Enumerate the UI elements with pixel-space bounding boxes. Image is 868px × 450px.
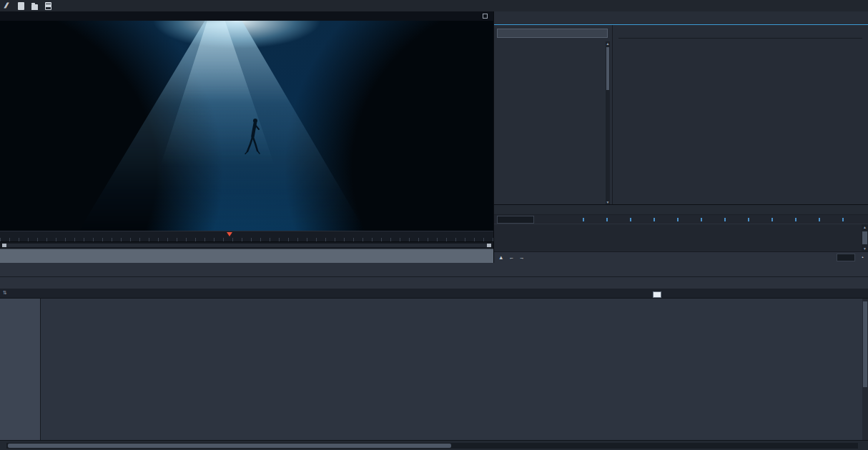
clock-icon[interactable]: ◔ <box>860 254 864 261</box>
preview-seekbar[interactable] <box>0 231 493 241</box>
timeline-ruler[interactable]: ⇅ <box>0 289 868 299</box>
timeline-statusbar <box>0 440 868 450</box>
save-project-icon[interactable] <box>45 2 51 10</box>
timeline-toolbar <box>0 263 868 277</box>
keyframe-rows <box>494 224 861 251</box>
effects-list: ▲ ▼ <box>497 41 610 204</box>
keyframe-ruler[interactable] <box>494 215 868 224</box>
scrollbar-thumb[interactable] <box>862 231 867 244</box>
transport-bar <box>0 249 493 263</box>
main-area: ▲ ▼ <box>0 11 868 263</box>
scrollbar-thumb[interactable] <box>606 47 609 90</box>
collapse-icon[interactable]: ▲ <box>498 254 503 261</box>
prev-object-icon[interactable]: ← <box>508 254 514 261</box>
menubar: ⫽ <box>0 0 868 11</box>
magix-video-editor-window: ⫽ <box>0 0 868 450</box>
preview-zoom-scrollbar[interactable] <box>0 241 493 249</box>
keyframe-footer: ▲ ← → ◔ <box>494 251 868 263</box>
new-project-icon[interactable] <box>18 2 24 10</box>
timeline-tabs <box>0 277 868 289</box>
keyframe-toolbar <box>494 205 868 215</box>
scrollbar-thumb[interactable] <box>863 301 867 387</box>
track-lanes <box>41 299 862 440</box>
effects-browser: ▲ ▼ <box>494 25 613 204</box>
track-height-icon[interactable]: ⇅ <box>3 290 7 296</box>
tracks-area <box>0 299 868 440</box>
search-input[interactable] <box>497 29 608 38</box>
clip-duration <box>837 254 855 261</box>
media-pool-panel: ▲ ▼ <box>493 11 868 263</box>
media-pool-tabs <box>494 11 868 24</box>
effects-scrollbar[interactable]: ▲ ▼ <box>606 41 610 204</box>
range-handle-right[interactable] <box>487 244 491 247</box>
playhead-grip[interactable] <box>653 291 661 298</box>
horizontal-scrollbar[interactable] <box>6 443 858 449</box>
keyframe-timecode[interactable] <box>497 216 534 224</box>
video-preview[interactable] <box>0 21 493 231</box>
preview-header <box>0 11 493 21</box>
track-header-column <box>0 299 41 440</box>
scroll-up-icon[interactable]: ▲ <box>606 41 610 46</box>
effect-editor <box>613 25 868 204</box>
scroll-up-icon[interactable]: ▲ <box>862 225 868 229</box>
magix-logo: ⫽ <box>4 1 9 10</box>
keyframe-stage: ▲ ▼ <box>494 215 868 251</box>
magix-logo-icon: ⫽ <box>4 1 8 10</box>
timeline-panel: ⇅ <box>0 263 868 450</box>
diver-silhouette <box>245 117 266 154</box>
scroll-down-icon[interactable]: ▼ <box>862 246 868 251</box>
preview-maximize-icon[interactable] <box>483 14 488 19</box>
keyframe-panel: ▲ ▼ ▲ ← → ◔ <box>494 204 868 263</box>
tracks-scrollbar[interactable] <box>862 299 868 440</box>
playhead-triangle-icon <box>227 232 232 236</box>
scroll-down-icon[interactable]: ▼ <box>606 200 610 204</box>
open-project-icon[interactable] <box>31 4 38 10</box>
scrollbar-thumb[interactable] <box>8 444 451 448</box>
keyframe-ticks <box>583 218 859 221</box>
scroll-track <box>2 244 491 247</box>
preview-panel <box>0 11 493 263</box>
next-object-icon[interactable]: → <box>519 254 525 261</box>
preview-playhead-marker[interactable] <box>227 232 234 236</box>
range-handle-left[interactable] <box>2 244 6 247</box>
keyframe-scrollbar[interactable]: ▲ ▼ <box>862 224 868 251</box>
